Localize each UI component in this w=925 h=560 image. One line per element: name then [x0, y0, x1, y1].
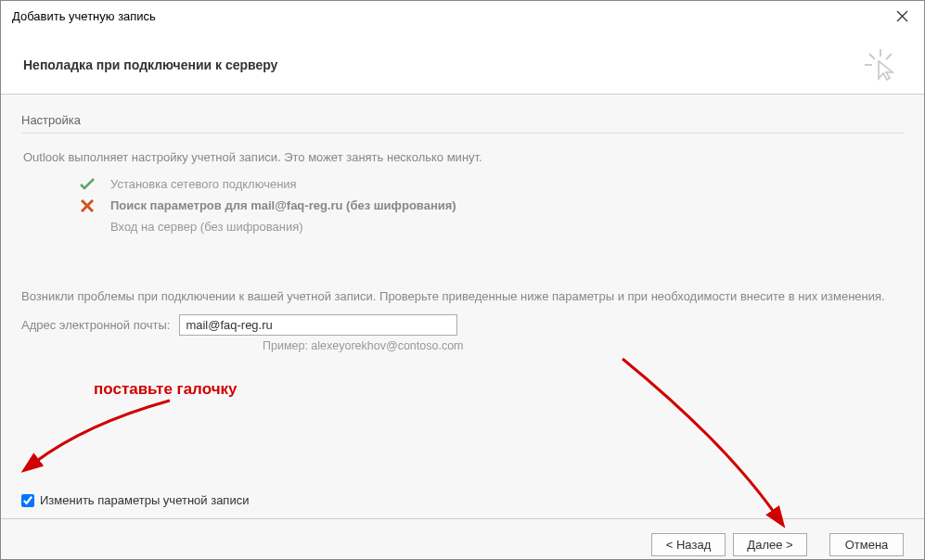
email-example: Пример: alexeyorekhov@contoso.com [263, 339, 904, 352]
next-button[interactable]: Далее > [733, 533, 807, 556]
close-button[interactable] [889, 6, 915, 25]
window-title: Добавить учетную запись [12, 9, 156, 23]
divider [21, 133, 904, 134]
status-text: Поиск параметров для mail@faq-reg.ru (бе… [110, 198, 456, 212]
change-settings-checkbox[interactable] [21, 494, 34, 507]
cursor-click-icon [865, 49, 896, 81]
svg-line-3 [869, 54, 875, 59]
header-title: Неполадка при подключении к серверу [23, 57, 277, 72]
dialog-content: Настройка Outlook выполняет настройку уч… [1, 95, 924, 518]
annotation-label: поставьте галочку [94, 380, 237, 399]
status-row-login: Вход на сервер (без шифрования) [79, 220, 904, 234]
error-x-icon [79, 199, 96, 212]
annotation-arrow-right [613, 350, 817, 535]
status-row-connection: Установка сетевого подключения [79, 177, 904, 191]
email-row: Адрес электронной почты: [21, 314, 904, 336]
status-intro: Outlook выполняет настройку учетной запи… [23, 150, 904, 164]
status-row-search: Поиск параметров для mail@faq-reg.ru (бе… [79, 198, 904, 212]
dialog-footer: < Назад Далее > Отмена [1, 518, 924, 560]
status-text: Установка сетевого подключения [110, 177, 297, 191]
back-button[interactable]: < Назад [651, 533, 726, 556]
email-input[interactable] [179, 314, 457, 336]
checkbox-label: Изменить параметры учетной записи [40, 493, 249, 507]
status-text: Вход на сервер (без шифрования) [110, 220, 303, 234]
annotation-arrow-left [21, 396, 188, 475]
change-settings-checkbox-row[interactable]: Изменить параметры учетной записи [21, 493, 249, 507]
close-icon [896, 10, 908, 22]
titlebar: Добавить учетную запись [1, 1, 924, 29]
section-label: Настройка [21, 113, 904, 127]
cancel-button[interactable]: Отмена [829, 533, 904, 556]
dialog-header: Неполадка при подключении к серверу [1, 29, 924, 95]
problem-text: Возникли проблемы при подключении к ваше… [21, 289, 904, 303]
email-label: Адрес электронной почты: [21, 318, 170, 332]
check-icon [79, 178, 96, 191]
svg-line-4 [886, 54, 892, 59]
